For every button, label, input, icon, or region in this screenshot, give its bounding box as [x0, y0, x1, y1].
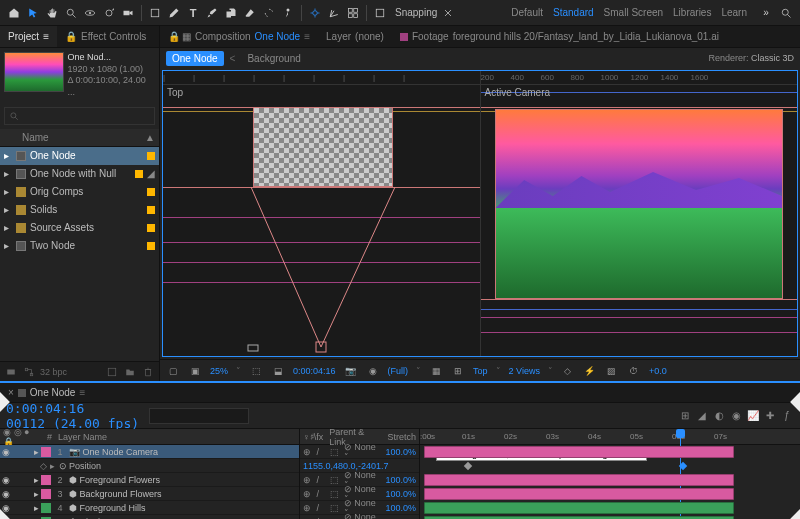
delete-icon[interactable]: [141, 365, 155, 379]
motion-blur-icon[interactable]: ◉: [729, 409, 743, 423]
project-item[interactable]: ▸Orig Comps: [0, 183, 159, 201]
channels-icon[interactable]: ◉: [366, 364, 380, 378]
bpc-toggle[interactable]: 32 bpc: [40, 367, 67, 377]
panel-menu-icon[interactable]: ≡: [43, 31, 49, 42]
viewport-top[interactable]: ||||||||| Top: [163, 71, 481, 356]
interpret-footage-icon[interactable]: [4, 365, 18, 379]
comp-tab-composition[interactable]: 🔒 ▦ Composition One Node ≡: [160, 26, 318, 47]
graph-editor-icon[interactable]: 📈: [746, 409, 760, 423]
alpha-toggle-icon[interactable]: ▣: [188, 364, 202, 378]
layer-row[interactable]: ◉▸5⬢ Hippies: [0, 515, 299, 519]
hand-tool-icon[interactable]: [44, 5, 60, 21]
timeline-tracks[interactable]: :00s01s02s03s04s05s06s07s With single no…: [420, 429, 800, 519]
resolution-dropdown[interactable]: (Full): [388, 366, 409, 376]
subtab-one-node[interactable]: One Node: [166, 51, 224, 66]
orbit-tool-icon[interactable]: [82, 5, 98, 21]
search-help-icon[interactable]: [778, 5, 794, 21]
layer-switches-row[interactable]: ⊕/⬚⊘ None ˅100.0%: [300, 515, 419, 519]
workspace-libraries[interactable]: Libraries: [673, 7, 711, 18]
workspace-default[interactable]: Default: [511, 7, 543, 18]
home-icon[interactable]: [6, 5, 22, 21]
layer-row[interactable]: ◉▸4⬢ Foreground Hills: [0, 501, 299, 515]
brush-tool-icon[interactable]: [204, 5, 220, 21]
shape-tool-icon[interactable]: [147, 5, 163, 21]
comp-thumbnail[interactable]: [4, 52, 64, 92]
grid-tool-icon[interactable]: [345, 5, 361, 21]
axis-tool-icon[interactable]: [326, 5, 342, 21]
footage-icon: [400, 33, 408, 41]
layer-switches-row[interactable]: ⊕/⬚⊘ None ˅100.0%: [300, 445, 419, 459]
project-item[interactable]: ▸Solids: [0, 201, 159, 219]
workspace-standard[interactable]: Standard: [553, 7, 594, 18]
workspace-small[interactable]: Small Screen: [604, 7, 663, 18]
layer-row[interactable]: ◉▸2⬢ Foreground Flowers: [0, 473, 299, 487]
res-full-icon[interactable]: ⬚: [249, 364, 263, 378]
layer-bar[interactable]: [424, 488, 734, 500]
flowchart-icon[interactable]: ▦: [182, 31, 191, 42]
snap-toggle-icon[interactable]: [372, 5, 388, 21]
layer-bar[interactable]: [424, 446, 734, 458]
shy-toggle-icon[interactable]: ◢: [695, 409, 709, 423]
flowchart-icon[interactable]: [22, 365, 36, 379]
current-timecode[interactable]: 0:00:04:16: [6, 401, 139, 416]
comp-flowchart-icon[interactable]: ⊞: [678, 409, 692, 423]
viewport-active-camera[interactable]: 2004006008001000120014001600 Active Came…: [481, 71, 798, 356]
text-tool-icon[interactable]: T: [185, 5, 201, 21]
layer-bar[interactable]: [424, 502, 734, 514]
timeline-search-input[interactable]: [149, 408, 249, 424]
snapshot-icon[interactable]: 📷: [344, 364, 358, 378]
project-item[interactable]: ▸One Node: [0, 147, 159, 165]
new-folder-icon[interactable]: [123, 365, 137, 379]
tab-project[interactable]: Project≡: [0, 26, 57, 47]
zoom-dropdown[interactable]: 25%: [210, 366, 228, 376]
workspace-learn[interactable]: Learn: [721, 7, 747, 18]
subtab-background[interactable]: Background: [241, 51, 306, 66]
project-item[interactable]: ▸One Node with Null◢: [0, 165, 159, 183]
camera-tool-icon[interactable]: [120, 5, 136, 21]
roto-tool-icon[interactable]: [261, 5, 277, 21]
draft-icon[interactable]: ◐: [712, 409, 726, 423]
tab-effect-controls[interactable]: 🔒Effect Controls: [57, 26, 154, 47]
pen-tool-icon[interactable]: [166, 5, 182, 21]
renderer-selector[interactable]: Classic 3D: [751, 53, 794, 63]
svg-rect-15: [25, 368, 28, 371]
puppet-tool-icon[interactable]: [280, 5, 296, 21]
clone-tool-icon[interactable]: [223, 5, 239, 21]
keyframe-icon[interactable]: [464, 462, 472, 470]
anchor-tool-icon[interactable]: [307, 5, 323, 21]
guides-icon[interactable]: ⊞: [451, 364, 465, 378]
new-comp-icon[interactable]: [105, 365, 119, 379]
property-row[interactable]: ◇ ▸⊙ Position: [0, 459, 299, 473]
expressions-icon[interactable]: ƒ: [780, 409, 794, 423]
grid-icon[interactable]: ▦: [429, 364, 443, 378]
project-item[interactable]: ▸Two Node: [0, 237, 159, 255]
eraser-tool-icon[interactable]: [242, 5, 258, 21]
rotate-tool-icon[interactable]: [101, 5, 117, 21]
layer-row[interactable]: ◉▸1📷 One Node Camera: [0, 445, 299, 459]
comp-tab-footage[interactable]: Footage foreground hills 20/Fantasy_land…: [392, 26, 727, 47]
snap-options-icon[interactable]: [440, 5, 456, 21]
comp-tab-layer[interactable]: Layer (none): [318, 26, 392, 47]
project-item[interactable]: ▸Source Assets: [0, 219, 159, 237]
composition-panel: 🔒 ▦ Composition One Node ≡ Layer (none) …: [160, 26, 800, 381]
draft3d-icon[interactable]: ◇: [561, 364, 575, 378]
zoom-tool-icon[interactable]: [63, 5, 79, 21]
selection-tool-icon[interactable]: [25, 5, 41, 21]
visibility-icon: ◉: [0, 475, 12, 485]
timeline-tab[interactable]: × One Node ≡: [0, 387, 93, 398]
views-layout[interactable]: 2 Views: [509, 366, 540, 376]
layer-bar[interactable]: [424, 474, 734, 486]
label-column-icon[interactable]: ▲: [145, 132, 155, 143]
exposure-value[interactable]: +0.0: [649, 366, 667, 376]
view-select[interactable]: Top: [473, 366, 488, 376]
timeline-icon[interactable]: ⏱: [627, 364, 641, 378]
fast-previews-icon[interactable]: ⚡: [583, 364, 597, 378]
current-time[interactable]: 0:00:04:16: [293, 366, 336, 376]
brainstorm-icon[interactable]: ✚: [763, 409, 777, 423]
mask-toggle-icon[interactable]: ▢: [166, 364, 180, 378]
project-search-input[interactable]: [4, 107, 155, 125]
transparent-icon[interactable]: ▨: [605, 364, 619, 378]
overflow-icon[interactable]: »: [758, 5, 774, 21]
region-icon[interactable]: ⬓: [271, 364, 285, 378]
layer-row[interactable]: ◉▸3⬢ Background Flowers: [0, 487, 299, 501]
